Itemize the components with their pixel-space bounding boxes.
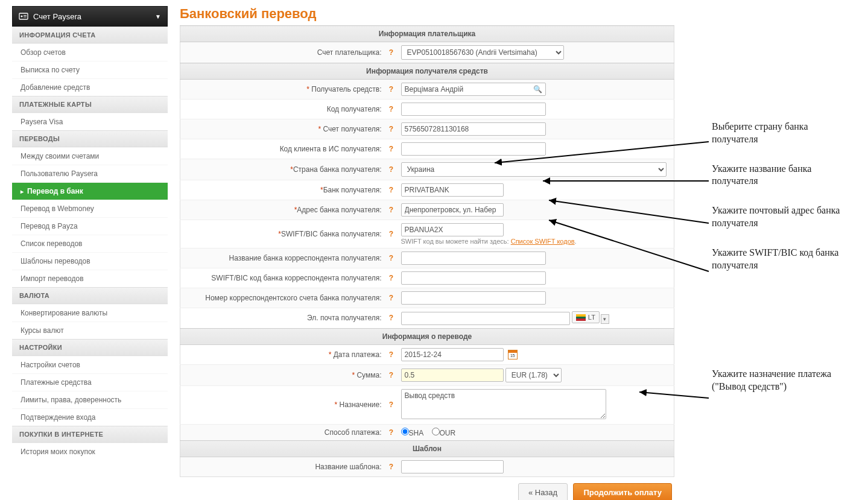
sidebar-item[interactable]: Пользователю Paysera (12, 165, 168, 182)
search-icon[interactable]: 🔍 (533, 85, 542, 93)
help-icon[interactable]: ? (385, 268, 398, 288)
corr-bank-name-input[interactable] (401, 252, 546, 265)
sidebar-section-header: ПЛАТЕЖНЫЕ КАРТЫ (12, 96, 168, 113)
svg-point-1 (21, 15, 22, 17)
sidebar-item[interactable]: Настройки счетов (12, 356, 168, 373)
sidebar-item[interactable]: Перевод в Webmoney (12, 200, 168, 217)
section-payer: Информация плательщика (180, 26, 674, 42)
sidebar-section-header: ИНФОРМАЦИЯ СЧЕТА (12, 27, 168, 43)
sidebar-item[interactable]: Курсы валют (12, 321, 168, 339)
calendar-icon[interactable] (508, 350, 518, 359)
help-icon[interactable]: ? (385, 344, 398, 364)
help-icon[interactable]: ? (385, 424, 398, 440)
swift-list-link[interactable]: Список SWIFT кодов (511, 238, 575, 245)
annotation: Выберите страну банка получателя (712, 121, 851, 146)
chevron-down-icon[interactable]: ▾ (601, 314, 609, 324)
sidebar-item[interactable]: Шаблоны переводов (12, 252, 168, 270)
sidebar-item[interactable]: Лимиты, права, доверенность (12, 391, 168, 408)
sidebar-item[interactable]: Выписка по счету (12, 61, 168, 78)
label-pay-date: Дата платежа: (334, 350, 382, 359)
sidebar-header[interactable]: Счет Paysera ▼ (12, 6, 168, 27)
label-tpl-name: Название шаблона: (315, 463, 381, 471)
sidebar-item[interactable]: Между своими счетами (12, 147, 168, 165)
label-bene-is-code: Код клиента в ИС получателя: (280, 145, 382, 153)
sidebar-item[interactable]: Перевод в банк (12, 182, 168, 200)
payer-account-select[interactable]: EVP0510018567630 (Andrii Vertsimaha) (401, 45, 564, 60)
help-icon[interactable]: ? (385, 308, 398, 329)
help-icon[interactable]: ? (385, 159, 398, 180)
section-transfer: Информация о переводе (180, 328, 674, 344)
sidebar-item[interactable]: Импорт переводов (12, 270, 168, 287)
flag-lt-icon (576, 314, 586, 321)
label-corr-acct: Номер корреспондентского счета банка пол… (205, 294, 381, 302)
sidebar-section-header: НАСТРОЙКИ (12, 339, 168, 356)
help-icon[interactable]: ? (385, 364, 398, 385)
phone-country-button[interactable]: LT (572, 311, 600, 323)
annotations: Выберите страну банка получателя Укажите… (712, 121, 851, 410)
label-bene-code: Код получателя: (327, 105, 382, 113)
label-corr-swift: SWIFT/BIC код банка корреспондента получ… (211, 274, 381, 282)
pay-method-our[interactable]: OUR (432, 429, 456, 437)
template-name-input[interactable] (401, 460, 504, 473)
help-icon[interactable]: ? (385, 457, 398, 476)
sidebar-item[interactable]: Paysera Visa (12, 113, 168, 130)
svg-rect-2 (24, 15, 27, 16)
help-icon[interactable]: ? (385, 220, 398, 248)
bank-country-select[interactable]: Украина (401, 162, 667, 177)
beneficiary-account-input[interactable] (401, 122, 546, 136)
annotation: Укажите SWIFT/BIC код банка получателя (712, 247, 851, 272)
continue-button[interactable]: Продолжить оплату (573, 483, 672, 501)
main-content: Банковский перевод Информация плательщик… (180, 6, 674, 500)
amount-input[interactable] (401, 369, 504, 382)
page-title: Банковский перевод (180, 6, 674, 22)
sidebar-section-header: ВАЛЮТА (12, 287, 168, 304)
help-icon[interactable]: ? (385, 139, 398, 159)
bank-name-input[interactable] (401, 183, 504, 197)
pay-method-sha[interactable]: SHA (401, 429, 424, 437)
label-amount: Сумма: (356, 371, 381, 379)
label-bank-name: Банк получателя: (323, 186, 382, 194)
beneficiary-name-input[interactable] (401, 83, 546, 96)
transfer-form: Информация плательщика Счет плательщика:… (180, 25, 674, 477)
sidebar-item[interactable]: Список переводов (12, 235, 168, 252)
sidebar-item[interactable]: Перевод в Payza (12, 217, 168, 235)
currency-select[interactable]: EUR (1.78) (505, 368, 562, 382)
sidebar-item[interactable]: Добавление средств (12, 78, 168, 96)
help-icon[interactable]: ? (385, 288, 398, 308)
help-icon[interactable]: ? (385, 200, 398, 220)
beneficiary-email-input[interactable] (401, 312, 570, 325)
beneficiary-is-code-input[interactable] (401, 142, 546, 156)
chevron-down-icon: ▼ (155, 13, 161, 20)
sidebar-item[interactable]: История моих покупок (12, 443, 168, 460)
label-bene-account: Счет получателя: (323, 125, 382, 133)
help-icon[interactable]: ? (385, 80, 398, 100)
section-template: Шаблон (180, 440, 674, 457)
svg-rect-3 (24, 17, 27, 17)
sidebar-header-title: Счет Paysera (33, 12, 150, 21)
help-icon[interactable]: ? (385, 180, 398, 200)
purpose-textarea[interactable]: Вывод средств (401, 389, 606, 419)
sidebar-item[interactable]: Подтверждение входа (12, 408, 168, 426)
label-bank-addr: Адрес банка получателя: (297, 206, 381, 214)
back-button[interactable]: « Назад (518, 483, 568, 501)
help-icon[interactable]: ? (385, 100, 398, 119)
help-icon[interactable]: ? (385, 385, 398, 424)
sidebar-item[interactable]: Платежные средства (12, 373, 168, 391)
corr-swift-input[interactable] (401, 271, 546, 285)
beneficiary-code-input[interactable] (401, 103, 546, 116)
label-pay-method: Способ платежа: (325, 428, 382, 437)
label-bene-email: Эл. почта получателя: (307, 314, 381, 322)
payment-date-input[interactable] (401, 348, 504, 361)
svg-rect-0 (19, 13, 28, 19)
corr-account-input[interactable] (401, 291, 546, 305)
help-icon[interactable]: ? (385, 42, 398, 63)
help-icon[interactable]: ? (385, 119, 398, 139)
annotation: Укажите почтовый адрес банка получателя (712, 204, 851, 230)
annotation: Укажите название банка получателя (712, 163, 851, 188)
sidebar-item[interactable]: Конвертирование валюты (12, 304, 168, 321)
bank-address-input[interactable] (401, 203, 504, 217)
sidebar-item[interactable]: Обзор счетов (12, 43, 168, 61)
help-icon[interactable]: ? (385, 248, 398, 268)
swift-input[interactable] (401, 223, 504, 236)
annotation: Укажите назначение платежа ("Вывод средс… (712, 368, 851, 393)
